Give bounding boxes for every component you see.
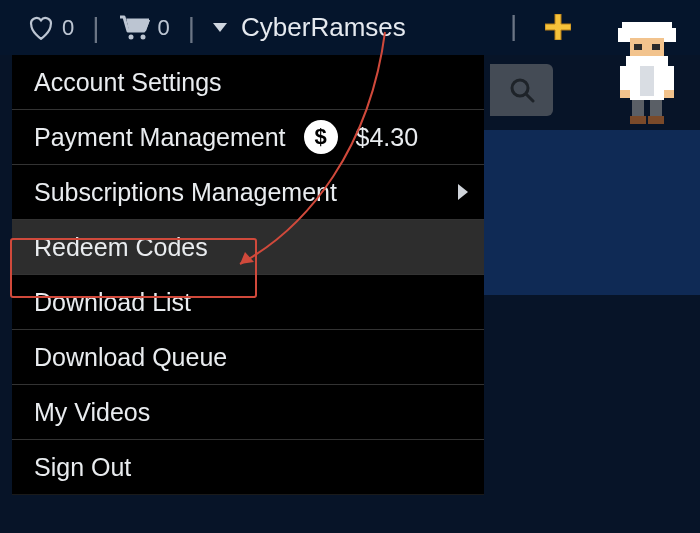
svg-rect-13 [620, 66, 632, 92]
svg-rect-12 [640, 66, 654, 96]
svg-rect-8 [634, 44, 642, 50]
menu-item-label: Sign Out [34, 453, 131, 482]
svg-rect-5 [618, 28, 628, 42]
top-bar: 0 | 0 | CyberRamses | [0, 0, 700, 55]
svg-rect-16 [664, 90, 674, 98]
svg-rect-20 [648, 116, 664, 124]
search-button[interactable] [490, 64, 553, 116]
svg-rect-6 [666, 28, 676, 42]
menu-item-label: Payment Management [34, 123, 286, 152]
heart-icon [28, 16, 54, 40]
menu-payment-management[interactable]: Payment Management $ $4.30 [12, 110, 484, 165]
search-icon [509, 77, 535, 103]
separator: | [510, 10, 517, 42]
username-label: CyberRamses [241, 12, 406, 43]
menu-item-label: My Videos [34, 398, 150, 427]
menu-item-label: Download Queue [34, 343, 227, 372]
dollar-icon: $ [304, 120, 338, 154]
chevron-right-icon [458, 184, 468, 200]
svg-rect-9 [652, 44, 660, 50]
svg-point-1 [140, 34, 145, 39]
svg-rect-18 [650, 100, 662, 118]
menu-download-list[interactable]: Download List [12, 275, 484, 330]
menu-item-label: Account Settings [34, 68, 222, 97]
menu-item-label: Subscriptions Management [34, 178, 337, 207]
menu-my-videos[interactable]: My Videos [12, 385, 484, 440]
ps-plus-icon[interactable] [545, 14, 571, 40]
svg-rect-17 [632, 100, 644, 118]
svg-point-0 [128, 34, 133, 39]
content-band [484, 130, 700, 295]
avatar-sprite[interactable] [612, 22, 682, 124]
cart-count: 0 [158, 15, 170, 41]
menu-account-settings[interactable]: Account Settings [12, 55, 484, 110]
wishlist-button[interactable]: 0 [28, 15, 74, 41]
svg-rect-14 [662, 66, 674, 92]
menu-sign-out[interactable]: Sign Out [12, 440, 484, 494]
svg-rect-19 [630, 116, 646, 124]
separator: | [92, 12, 99, 44]
svg-line-3 [526, 94, 533, 101]
menu-redeem-codes[interactable]: Redeem Codes [12, 220, 484, 275]
cart-icon [118, 15, 150, 41]
menu-download-queue[interactable]: Download Queue [12, 330, 484, 385]
wishlist-count: 0 [62, 15, 74, 41]
wallet-balance: $4.30 [356, 123, 419, 152]
user-menu-trigger[interactable]: CyberRamses [213, 12, 406, 43]
separator: | [188, 12, 195, 44]
menu-item-label: Redeem Codes [34, 233, 208, 262]
user-dropdown: Account Settings Payment Management $ $4… [12, 55, 484, 495]
svg-rect-15 [620, 90, 630, 98]
caret-down-icon [213, 23, 227, 32]
cart-button[interactable]: 0 [118, 15, 170, 41]
menu-subscriptions[interactable]: Subscriptions Management [12, 165, 484, 220]
menu-item-label: Download List [34, 288, 191, 317]
